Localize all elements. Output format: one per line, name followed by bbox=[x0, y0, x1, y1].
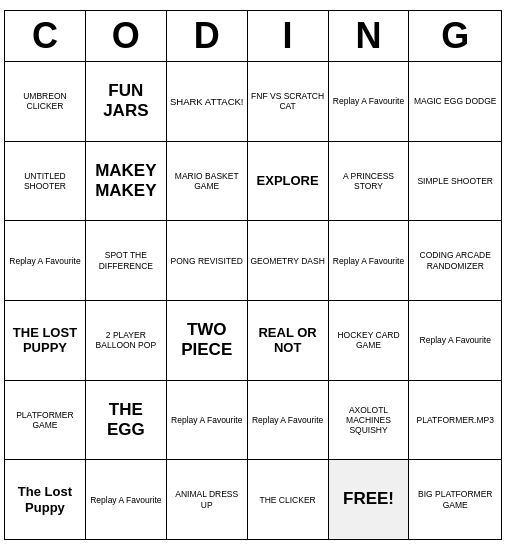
grid-cell: AXOLOTL MACHINES SQUISHY bbox=[328, 380, 409, 460]
table-row: PLATFORMER GAMETHE EGGReplay A Favourite… bbox=[5, 380, 502, 460]
grid-cell: PLATFORMER GAME bbox=[5, 380, 86, 460]
grid-cell: THE EGG bbox=[85, 380, 166, 460]
grid-cell: TWO PIECE bbox=[166, 300, 247, 380]
grid-cell: MAKEY MAKEY bbox=[85, 141, 166, 221]
title-letter: O bbox=[85, 11, 166, 62]
grid-cell: SHARK ATTACK! bbox=[166, 62, 247, 142]
grid-cell: The Lost Puppy bbox=[5, 460, 86, 540]
table-row: THE LOST PUPPY2 PLAYER BALLOON POPTWO PI… bbox=[5, 300, 502, 380]
grid-cell: UMBREON CLICKER bbox=[5, 62, 86, 142]
grid-cell: ANIMAL DRESS UP bbox=[166, 460, 247, 540]
table-row: The Lost PuppyReplay A FavouriteANIMAL D… bbox=[5, 460, 502, 540]
grid-cell: MARIO BASKET GAME bbox=[166, 141, 247, 221]
grid-cell: SPOT THE DIFFERENCE bbox=[85, 221, 166, 301]
grid-cell: UNTITLED SHOOTER bbox=[5, 141, 86, 221]
grid-cell: PONG REVISITED bbox=[166, 221, 247, 301]
grid-cell: GEOMETRY DASH bbox=[247, 221, 328, 301]
grid-cell: EXPLORE bbox=[247, 141, 328, 221]
grid-cell: Replay A Favourite bbox=[85, 460, 166, 540]
title-letter: I bbox=[247, 11, 328, 62]
grid-cell: A PRINCESS STORY bbox=[328, 141, 409, 221]
table-row: Replay A FavouriteSPOT THE DIFFERENCEPON… bbox=[5, 221, 502, 301]
title-letter: N bbox=[328, 11, 409, 62]
grid-cell: 2 PLAYER BALLOON POP bbox=[85, 300, 166, 380]
table-row: UMBREON CLICKERFUN JARSSHARK ATTACK!FNF … bbox=[5, 62, 502, 142]
grid-cell: PLATFORMER.MP3 bbox=[409, 380, 502, 460]
grid-cell: FUN JARS bbox=[85, 62, 166, 142]
grid-cell: FREE! bbox=[328, 460, 409, 540]
grid-cell: Replay A Favourite bbox=[5, 221, 86, 301]
grid-cell: THE CLICKER bbox=[247, 460, 328, 540]
table-row: UNTITLED SHOOTERMAKEY MAKEYMARIO BASKET … bbox=[5, 141, 502, 221]
grid-cell: FNF VS SCRATCH CAT bbox=[247, 62, 328, 142]
grid-cell: Replay A Favourite bbox=[247, 380, 328, 460]
title-letter: G bbox=[409, 11, 502, 62]
grid-cell: MAGIC EGG DODGE bbox=[409, 62, 502, 142]
grid-cell: Replay A Favourite bbox=[328, 62, 409, 142]
grid-cell: REAL OR NOT bbox=[247, 300, 328, 380]
grid-cell: SIMPLE SHOOTER bbox=[409, 141, 502, 221]
grid-cell: Replay A Favourite bbox=[328, 221, 409, 301]
grid-cell: THE LOST PUPPY bbox=[5, 300, 86, 380]
grid-cell: BIG PLATFORMER GAME bbox=[409, 460, 502, 540]
bingo-grid: CODING UMBREON CLICKERFUN JARSSHARK ATTA… bbox=[4, 10, 502, 540]
grid-cell: CODING ARCADE RANDOMIZER bbox=[409, 221, 502, 301]
title-letter: D bbox=[166, 11, 247, 62]
title-letter: C bbox=[5, 11, 86, 62]
grid-cell: Replay A Favourite bbox=[166, 380, 247, 460]
grid-cell: HOCKEY CARD GAME bbox=[328, 300, 409, 380]
grid-cell: Replay A Favourite bbox=[409, 300, 502, 380]
